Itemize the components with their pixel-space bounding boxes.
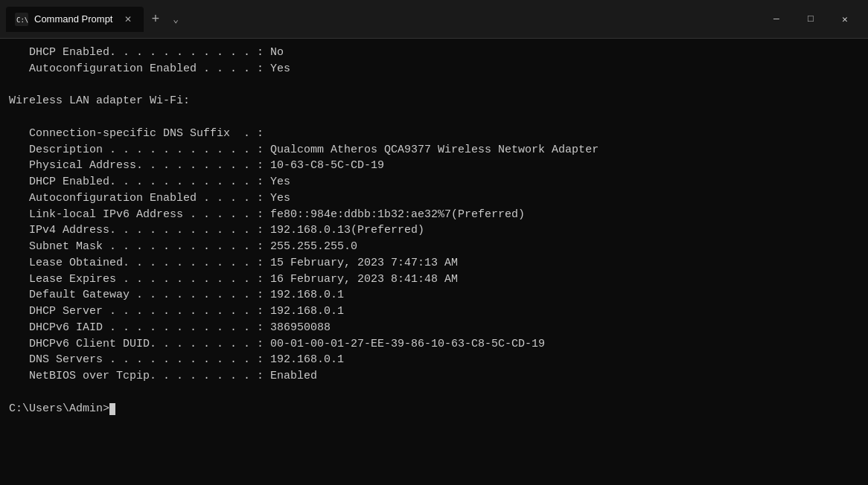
terminal-line: IPv4 Address. . . . . . . . . . . : 192.…: [9, 224, 424, 237]
terminal-line: Connection-specific DNS Suffix . :: [9, 127, 264, 140]
tab-title: Command Prompt: [34, 13, 112, 25]
terminal-line: DHCPv6 Client DUID. . . . . . . . : 00-0…: [9, 338, 545, 350]
terminal-body[interactable]: DHCP Enabled. . . . . . . . . . . : No A…: [0, 39, 868, 485]
terminal-line: DNS Servers . . . . . . . . . . . : 192.…: [9, 353, 344, 366]
dropdown-button[interactable]: ⌄: [167, 10, 185, 28]
terminal-line: Wireless LAN adapter Wi-Fi:: [9, 94, 190, 107]
maximize-button[interactable]: □: [794, 7, 828, 31]
close-button[interactable]: ✕: [828, 7, 862, 31]
terminal-line: C:\Users\Admin>: [9, 402, 115, 415]
terminal-line: Physical Address. . . . . . . . . : 10-6…: [9, 159, 384, 172]
window-controls: — □ ✕: [759, 7, 862, 31]
cmd-icon: C:\: [15, 13, 28, 26]
terminal-line: Subnet Mask . . . . . . . . . . . : 255.…: [9, 240, 357, 253]
terminal-line: Link-local IPv6 Address . . . . . : fe80…: [9, 208, 525, 221]
new-tab-button[interactable]: +: [144, 9, 167, 30]
title-bar: C:\ Command Prompt ✕ + ⌄ — □ ✕: [0, 0, 868, 39]
terminal-line: DHCPv6 IAID . . . . . . . . . . . : 3869…: [9, 321, 331, 334]
terminal-line: DHCP Enabled. . . . . . . . . . . : No: [9, 46, 284, 59]
terminal-line: Lease Expires . . . . . . . . . . : 16 F…: [9, 273, 458, 286]
terminal-line: Description . . . . . . . . . . . : Qual…: [9, 144, 599, 156]
terminal-line: Autoconfiguration Enabled . . . . : Yes: [9, 192, 290, 205]
terminal-line: Autoconfiguration Enabled . . . . : Yes: [9, 62, 290, 75]
terminal-line: DHCP Server . . . . . . . . . . . : 192.…: [9, 305, 344, 318]
tab-close-button[interactable]: ✕: [121, 13, 135, 26]
terminal-line: Lease Obtained. . . . . . . . . . : 15 F…: [9, 257, 458, 269]
svg-text:C:\: C:\: [16, 16, 28, 24]
active-tab[interactable]: C:\ Command Prompt ✕: [6, 7, 144, 32]
terminal-line: NetBIOS over Tcpip. . . . . . . . : Enab…: [9, 370, 317, 382]
terminal-line: DHCP Enabled. . . . . . . . . . . : Yes: [9, 176, 290, 188]
cursor: [109, 403, 115, 415]
minimize-button[interactable]: —: [759, 7, 794, 31]
terminal-line: Default Gateway . . . . . . . . . : 192.…: [9, 289, 344, 301]
